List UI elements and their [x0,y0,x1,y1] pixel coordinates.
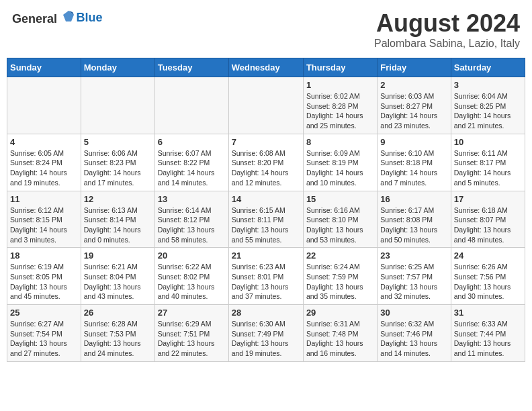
calendar-cell [81,77,154,134]
day-info: Sunrise: 6:24 AM Sunset: 7:59 PM Dayligh… [306,262,374,302]
calendar-cell: 21Sunrise: 6:23 AM Sunset: 8:01 PM Dayli… [228,248,303,305]
calendar-cell: 13Sunrise: 6:14 AM Sunset: 8:12 PM Dayli… [154,191,228,248]
day-number: 27 [158,308,226,318]
day-info: Sunrise: 6:10 AM Sunset: 8:18 PM Dayligh… [380,148,447,188]
day-info: Sunrise: 6:22 AM Sunset: 8:02 PM Dayligh… [158,262,226,302]
day-number: 14 [232,194,300,204]
week-row-5: 25Sunrise: 6:27 AM Sunset: 7:54 PM Dayli… [7,305,525,362]
day-info: Sunrise: 6:32 AM Sunset: 7:46 PM Dayligh… [380,319,447,359]
day-number: 23 [380,250,447,261]
calendar-cell: 1Sunrise: 6:02 AM Sunset: 8:28 PM Daylig… [303,77,377,134]
logo-general: General [12,12,57,26]
day-info: Sunrise: 6:11 AM Sunset: 8:17 PM Dayligh… [454,148,522,188]
day-info: Sunrise: 6:27 AM Sunset: 7:54 PM Dayligh… [10,319,78,359]
day-number: 25 [10,308,78,318]
day-number: 7 [232,137,300,147]
week-row-1: 1Sunrise: 6:02 AM Sunset: 8:28 PM Daylig… [7,77,525,134]
day-info: Sunrise: 6:02 AM Sunset: 8:28 PM Dayligh… [306,91,374,131]
calendar-cell: 9Sunrise: 6:10 AM Sunset: 8:18 PM Daylig… [378,134,451,191]
calendar-cell: 7Sunrise: 6:08 AM Sunset: 8:20 PM Daylig… [228,134,303,191]
day-info: Sunrise: 6:33 AM Sunset: 7:44 PM Dayligh… [454,319,522,359]
day-info: Sunrise: 6:07 AM Sunset: 8:22 PM Dayligh… [158,148,226,188]
day-number: 10 [454,137,522,147]
logo-icon [62,9,75,23]
day-info: Sunrise: 6:04 AM Sunset: 8:25 PM Dayligh… [454,91,522,131]
header: General Blue August 2024 Palombara Sabin… [7,7,525,52]
day-info: Sunrise: 6:30 AM Sunset: 7:49 PM Dayligh… [232,319,300,359]
day-number: 16 [380,194,447,204]
calendar-cell: 24Sunrise: 6:26 AM Sunset: 7:56 PM Dayli… [451,248,525,305]
calendar-cell: 12Sunrise: 6:13 AM Sunset: 8:14 PM Dayli… [81,191,154,248]
day-number: 8 [306,137,374,147]
day-info: Sunrise: 6:29 AM Sunset: 7:51 PM Dayligh… [158,319,226,359]
day-info: Sunrise: 6:08 AM Sunset: 8:20 PM Dayligh… [232,148,300,188]
day-info: Sunrise: 6:03 AM Sunset: 8:27 PM Dayligh… [380,91,447,131]
logo: General Blue [12,9,103,26]
weekday-header-monday: Monday [81,58,154,77]
day-number: 19 [84,250,152,261]
calendar-cell: 3Sunrise: 6:04 AM Sunset: 8:25 PM Daylig… [451,77,525,134]
calendar-cell: 25Sunrise: 6:27 AM Sunset: 7:54 PM Dayli… [7,305,81,362]
calendar-cell: 2Sunrise: 6:03 AM Sunset: 8:27 PM Daylig… [378,77,451,134]
calendar-cell: 11Sunrise: 6:12 AM Sunset: 8:15 PM Dayli… [7,191,81,248]
day-number: 29 [306,308,374,318]
calendar-cell: 22Sunrise: 6:24 AM Sunset: 7:59 PM Dayli… [303,248,377,305]
day-info: Sunrise: 6:25 AM Sunset: 7:57 PM Dayligh… [380,262,447,302]
week-row-3: 11Sunrise: 6:12 AM Sunset: 8:15 PM Dayli… [7,191,525,248]
day-info: Sunrise: 6:15 AM Sunset: 8:11 PM Dayligh… [232,205,300,245]
calendar-cell: 20Sunrise: 6:22 AM Sunset: 8:02 PM Dayli… [154,248,228,305]
weekday-header-tuesday: Tuesday [154,58,228,77]
day-info: Sunrise: 6:21 AM Sunset: 8:04 PM Dayligh… [84,262,152,302]
calendar-cell: 17Sunrise: 6:18 AM Sunset: 8:07 PM Dayli… [451,191,525,248]
day-number: 20 [158,250,226,261]
calendar-cell: 16Sunrise: 6:17 AM Sunset: 8:08 PM Dayli… [378,191,451,248]
day-number: 24 [454,250,522,261]
day-info: Sunrise: 6:12 AM Sunset: 8:15 PM Dayligh… [10,205,78,245]
day-number: 6 [158,137,226,147]
calendar-table: SundayMondayTuesdayWednesdayThursdayFrid… [7,58,525,362]
day-info: Sunrise: 6:18 AM Sunset: 8:07 PM Dayligh… [454,205,522,245]
day-info: Sunrise: 6:13 AM Sunset: 8:14 PM Dayligh… [84,205,152,245]
calendar-cell: 18Sunrise: 6:19 AM Sunset: 8:05 PM Dayli… [7,248,81,305]
day-number: 15 [306,194,374,204]
calendar-cell: 23Sunrise: 6:25 AM Sunset: 7:57 PM Dayli… [378,248,451,305]
calendar-cell: 15Sunrise: 6:16 AM Sunset: 8:10 PM Dayli… [303,191,377,248]
calendar-cell [228,77,303,134]
day-number: 1 [306,80,374,90]
day-info: Sunrise: 6:19 AM Sunset: 8:05 PM Dayligh… [10,262,78,302]
calendar-cell: 29Sunrise: 6:31 AM Sunset: 7:48 PM Dayli… [303,305,377,362]
calendar-cell: 30Sunrise: 6:32 AM Sunset: 7:46 PM Dayli… [378,305,451,362]
calendar-cell: 8Sunrise: 6:09 AM Sunset: 8:19 PM Daylig… [303,134,377,191]
calendar-cell: 27Sunrise: 6:29 AM Sunset: 7:51 PM Dayli… [154,305,228,362]
weekday-header-thursday: Thursday [303,58,377,77]
day-number: 17 [454,194,522,204]
calendar-cell: 28Sunrise: 6:30 AM Sunset: 7:49 PM Dayli… [228,305,303,362]
subtitle: Palombara Sabina, Lazio, Italy [374,38,520,50]
day-info: Sunrise: 6:26 AM Sunset: 7:56 PM Dayligh… [454,262,522,302]
calendar-cell: 26Sunrise: 6:28 AM Sunset: 7:53 PM Dayli… [81,305,154,362]
day-info: Sunrise: 6:14 AM Sunset: 8:12 PM Dayligh… [158,205,226,245]
main-title: August 2024 [374,9,520,38]
week-row-2: 4Sunrise: 6:05 AM Sunset: 8:24 PM Daylig… [7,134,525,191]
calendar-cell: 4Sunrise: 6:05 AM Sunset: 8:24 PM Daylig… [7,134,81,191]
calendar-cell: 5Sunrise: 6:06 AM Sunset: 8:23 PM Daylig… [81,134,154,191]
title-area: August 2024 Palombara Sabina, Lazio, Ita… [374,9,520,50]
logo-blue: Blue [77,11,103,25]
day-info: Sunrise: 6:06 AM Sunset: 8:23 PM Dayligh… [84,148,152,188]
day-number: 11 [10,194,78,204]
day-number: 2 [380,80,447,90]
calendar-cell: 10Sunrise: 6:11 AM Sunset: 8:17 PM Dayli… [451,134,525,191]
week-row-4: 18Sunrise: 6:19 AM Sunset: 8:05 PM Dayli… [7,248,525,305]
calendar-cell: 19Sunrise: 6:21 AM Sunset: 8:04 PM Dayli… [81,248,154,305]
calendar-cell: 31Sunrise: 6:33 AM Sunset: 7:44 PM Dayli… [451,305,525,362]
day-number: 22 [306,250,374,261]
day-number: 18 [10,250,78,261]
day-info: Sunrise: 6:16 AM Sunset: 8:10 PM Dayligh… [306,205,374,245]
day-info: Sunrise: 6:31 AM Sunset: 7:48 PM Dayligh… [306,319,374,359]
day-number: 13 [158,194,226,204]
day-number: 31 [454,308,522,318]
day-info: Sunrise: 6:17 AM Sunset: 8:08 PM Dayligh… [380,205,447,245]
calendar-cell [154,77,228,134]
calendar-cell: 14Sunrise: 6:15 AM Sunset: 8:11 PM Dayli… [228,191,303,248]
day-info: Sunrise: 6:09 AM Sunset: 8:19 PM Dayligh… [306,148,374,188]
